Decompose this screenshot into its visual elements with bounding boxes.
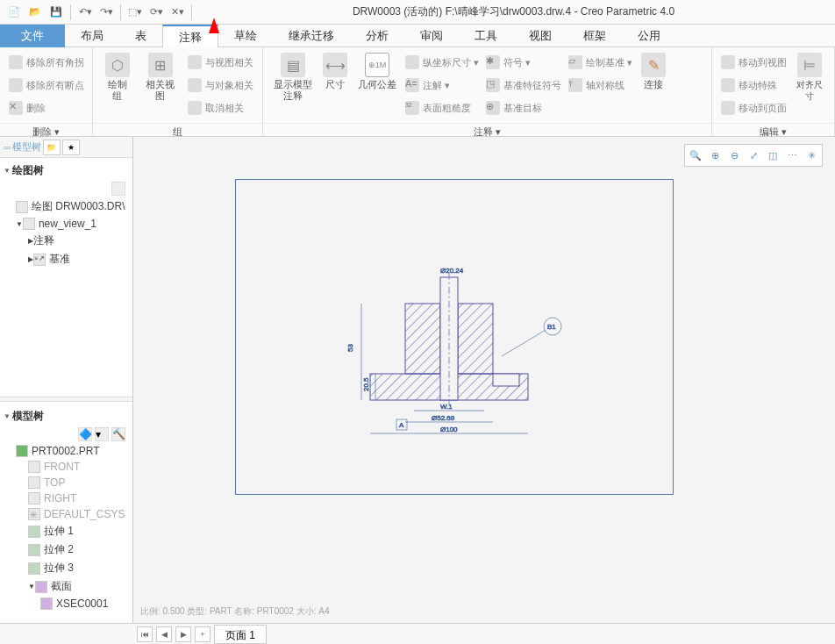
extrude3-node[interactable]: 拉伸 3 [4,559,129,577]
svg-line-13 [502,330,546,356]
options-icon[interactable]: ⋯ [783,147,801,164]
regen-icon[interactable]: ⟳▾ [146,3,166,22]
dim-b1: W.1 [440,403,453,411]
symbol-button[interactable]: ✱符号 ▾ [486,53,561,72]
surf-finish-button[interactable]: ³²表面粗糙度 [405,98,479,118]
close-win-icon[interactable]: ✕▾ [168,3,187,22]
svg-rect-3 [458,304,493,374]
move-page-icon [721,101,735,115]
first-page-icon[interactable]: ⏮ [137,626,153,642]
model-tree2-header[interactable]: ▼模型树 [4,407,129,426]
tab-tools[interactable]: 工具 [459,25,513,47]
zoom-fit-icon[interactable]: 🔍 [687,147,704,164]
align-dim-button[interactable]: ⊨ 对齐尺寸 [790,51,829,119]
delete-button[interactable]: ✕删除 [9,98,84,118]
tab-sketch[interactable]: 草绘 [218,25,273,47]
undo-icon[interactable]: ↶▾ [75,3,95,22]
annotate-node[interactable]: ▶注释 [4,232,129,250]
extrude2-node[interactable]: 拉伸 2 [4,540,129,559]
datum-node[interactable]: ▶×↗基准 [4,250,129,268]
tree-filter-icon[interactable]: 🔷 [78,427,92,441]
sidebar: ▫▫ 模型树 📁 ★ ▼绘图树 绘图 DRW0003.DR\ ▼new_view… [0,137,133,623]
plane-icon [28,492,40,504]
add-page-icon[interactable]: + [195,626,211,642]
side-tab-fav[interactable]: ★ [62,140,80,155]
tab-analysis[interactable]: 分析 [350,25,404,47]
tab-inherit[interactable]: 继承迁移 [273,25,350,47]
redo-icon[interactable]: ↷▾ [96,3,116,22]
technical-drawing: Ø20.24 53 20.5 W.1 Ø52.69 Ø100 A B1 [326,251,589,453]
extrude1-node[interactable]: 拉伸 1 [4,522,129,540]
tab-frame[interactable]: 框架 [567,25,622,47]
xsec-icon [40,597,53,610]
axis-sym-button[interactable]: ⫯轴对称线 [568,75,632,95]
geom-tol-button[interactable]: ⊕1M 几何公差 [353,51,402,119]
cancel-related-button[interactable]: 取消相关 [188,98,253,118]
sidebar-tabs: ▫▫ 模型树 📁 ★ [0,137,132,158]
tab-layout[interactable]: 布局 [65,25,119,47]
tab-shared[interactable]: 公用 [622,25,676,47]
datum-feat-button[interactable]: ◳基准特征符号 [486,75,561,95]
page-tab-1[interactable]: 页面 1 [214,625,267,644]
drawing-canvas[interactable]: 🔍 ⊕ ⊖ ⤢ ◫ ⋯ ✳ [133,137,835,623]
section-icon [35,581,47,593]
zoom-in-icon[interactable]: ⊕ [706,147,724,164]
datum-target-button[interactable]: ⊕基准目标 [486,98,561,118]
remove-breaks-button[interactable]: 移除所有断点 [9,75,84,95]
refit-icon[interactable]: ⤢ [745,147,762,164]
prev-page-icon[interactable]: ◀ [156,626,172,642]
zoom-out-icon[interactable]: ⊖ [725,147,743,164]
csys-node[interactable]: ✳DEFAULT_CSYS [4,506,129,522]
dimension-button[interactable]: ⟷ 尺寸 [318,51,353,119]
draw-group-button[interactable]: ⬡ 绘制组 [98,51,137,119]
csys-toggle-icon[interactable]: ✳ [803,147,820,164]
related-view-button[interactable]: ⊞ 相关视图 [137,51,184,119]
view-node[interactable]: ▼new_view_1 [4,216,129,232]
draw-tree-header[interactable]: ▼绘图树 [4,161,129,180]
side-tab-folder[interactable]: 📁 [43,140,61,155]
jog-icon [9,55,23,69]
window-title: DRW0003 (活动的) F:\晴峰学习\drw0003.drw.4 - Cr… [196,4,831,19]
connect-button[interactable]: ✎ 连接 [636,51,671,119]
remove-jogs-button[interactable]: 移除所有角拐 [9,53,84,72]
show-model-annot-button[interactable]: ▤ 显示模型 注释 [268,51,318,119]
tree-tool-icon[interactable]: 🔨 [111,427,125,441]
cube-icon[interactable]: ◫ [764,147,781,164]
top-node[interactable]: TOP [4,475,129,490]
drawing-node[interactable]: 绘图 DRW0003.DR\ [4,197,129,216]
tab-review[interactable]: 审阅 [404,25,459,47]
move-special-button[interactable]: 移动特殊 [721,75,787,95]
view-related-button[interactable]: 与视图相关 [188,53,253,72]
select-icon[interactable]: ⬚▾ [125,3,145,22]
object-related-button[interactable]: 与对象相关 [188,75,253,95]
right-node[interactable]: RIGHT [4,490,129,506]
note-button[interactable]: A=注解 ▾ [405,75,479,95]
next-page-icon[interactable]: ▶ [175,626,191,642]
sidebar-splitter[interactable] [0,397,132,402]
axis-icon: ⫯ [568,78,582,92]
tab-view[interactable]: 视图 [513,25,567,47]
new-icon[interactable]: 📄 [4,3,24,22]
balloon-b1: B1 [547,323,556,331]
tab-table[interactable]: 表 [119,25,162,47]
section-node[interactable]: ▼截面 [4,577,129,596]
draw-datum-icon: ▱ [568,55,582,69]
sheet-tabs: ⏮ ◀ ▶ + 页面 1 [0,623,835,644]
tab-file[interactable]: 文件 [0,25,65,47]
xsec-node[interactable]: XSEC0001 [4,596,129,612]
draw-datum-button[interactable]: ▱绘制基准 ▾ [568,53,632,72]
draw-group-icon: ⬡ [105,53,130,77]
model-annot-icon: ▤ [281,53,305,77]
front-node[interactable]: FRONT [4,459,129,475]
tree-find-icon[interactable]: ▾ [95,427,109,441]
model-tree-tab[interactable]: 模型树 [12,140,41,154]
move-to-view-button[interactable]: 移动到视图 [721,53,787,72]
ord-dim-button[interactable]: 纵坐标尺寸 ▾ [405,53,479,72]
part-node[interactable]: PRT0002.PRT [4,443,129,459]
open-icon[interactable]: 📂 [25,3,45,22]
plane-icon [28,476,40,489]
tree-settings-icon[interactable] [111,182,125,196]
dimension-icon: ⟷ [323,53,347,77]
save-icon[interactable]: 💾 [46,3,66,22]
move-to-page-button[interactable]: 移动到页面 [721,98,787,118]
